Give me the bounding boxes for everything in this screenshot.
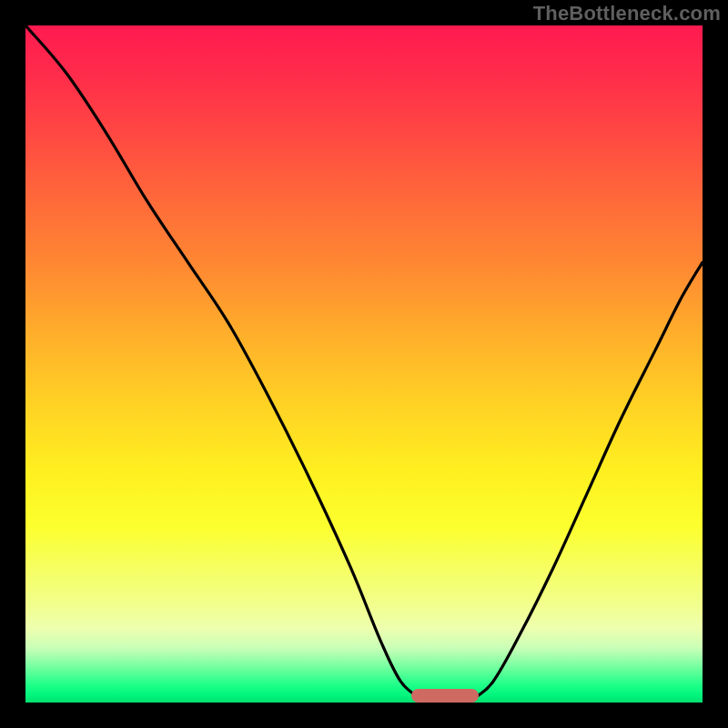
left-curve: [25, 25, 421, 699]
bottleneck-marker: [411, 689, 479, 703]
watermark-text: TheBottleneck.com: [533, 2, 721, 25]
right-curve: [472, 262, 703, 699]
curves-layer: [25, 25, 703, 703]
chart-frame: TheBottleneck.com: [0, 0, 728, 728]
plot-area: [25, 25, 703, 703]
